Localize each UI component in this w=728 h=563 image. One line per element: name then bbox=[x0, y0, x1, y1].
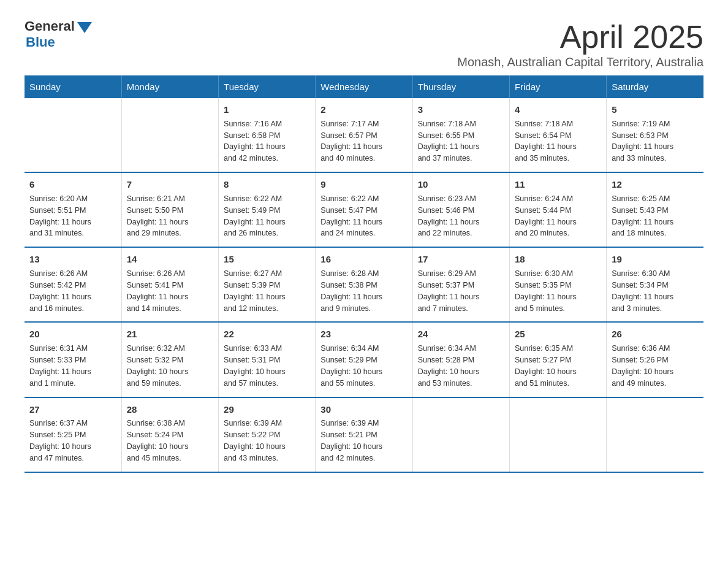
calendar-day-cell: 13Sunrise: 6:26 AMSunset: 5:42 PMDayligh… bbox=[25, 247, 121, 322]
calendar-day-cell bbox=[509, 397, 606, 472]
calendar-day-cell: 6Sunrise: 6:20 AMSunset: 5:51 PMDaylight… bbox=[25, 172, 121, 247]
day-info: Sunrise: 6:23 AMSunset: 5:46 PMDaylight:… bbox=[418, 194, 480, 238]
day-info: Sunrise: 6:24 AMSunset: 5:44 PMDaylight:… bbox=[515, 194, 577, 238]
calendar-day-cell: 17Sunrise: 6:29 AMSunset: 5:37 PMDayligh… bbox=[412, 247, 509, 322]
calendar-day-cell: 12Sunrise: 6:25 AMSunset: 5:43 PMDayligh… bbox=[607, 172, 703, 247]
logo-blue-text: Blue bbox=[26, 34, 55, 50]
day-info: Sunrise: 6:21 AMSunset: 5:50 PMDaylight:… bbox=[127, 194, 189, 238]
calendar-day-cell: 2Sunrise: 7:17 AMSunset: 6:57 PMDaylight… bbox=[316, 98, 412, 172]
day-info: Sunrise: 6:30 AMSunset: 5:35 PMDaylight:… bbox=[515, 269, 577, 313]
calendar-day-cell: 5Sunrise: 7:19 AMSunset: 6:53 PMDaylight… bbox=[607, 98, 703, 172]
logo: General Blue bbox=[25, 18, 92, 50]
day-number: 27 bbox=[29, 403, 116, 416]
day-number: 12 bbox=[612, 178, 699, 191]
calendar-day-cell: 8Sunrise: 6:22 AMSunset: 5:49 PMDaylight… bbox=[219, 172, 316, 247]
calendar-day-cell bbox=[412, 397, 509, 472]
calendar-day-cell: 16Sunrise: 6:28 AMSunset: 5:38 PMDayligh… bbox=[316, 247, 412, 322]
calendar-day-cell: 11Sunrise: 6:24 AMSunset: 5:44 PMDayligh… bbox=[509, 172, 606, 247]
day-number: 13 bbox=[29, 253, 116, 266]
calendar-header-row: SundayMondayTuesdayWednesdayThursdayFrid… bbox=[25, 75, 703, 98]
calendar-day-cell: 1Sunrise: 7:16 AMSunset: 6:58 PMDaylight… bbox=[219, 98, 316, 172]
day-info: Sunrise: 7:19 AMSunset: 6:53 PMDaylight:… bbox=[612, 120, 673, 163]
calendar-day-header: Thursday bbox=[412, 75, 509, 98]
day-number: 21 bbox=[127, 327, 213, 341]
day-number: 20 bbox=[29, 327, 116, 341]
day-info: Sunrise: 7:18 AMSunset: 6:55 PMDaylight:… bbox=[418, 120, 480, 163]
day-info: Sunrise: 6:34 AMSunset: 5:28 PMDaylight:… bbox=[418, 344, 480, 388]
day-info: Sunrise: 6:25 AMSunset: 5:43 PMDaylight:… bbox=[612, 194, 673, 238]
day-info: Sunrise: 6:33 AMSunset: 5:31 PMDaylight:… bbox=[224, 344, 286, 388]
calendar-day-cell: 10Sunrise: 6:23 AMSunset: 5:46 PMDayligh… bbox=[412, 172, 509, 247]
day-number: 28 bbox=[127, 403, 213, 416]
calendar-day-header: Monday bbox=[121, 75, 218, 98]
calendar-day-header: Friday bbox=[509, 75, 606, 98]
calendar-day-cell: 24Sunrise: 6:34 AMSunset: 5:28 PMDayligh… bbox=[412, 322, 509, 397]
day-info: Sunrise: 6:32 AMSunset: 5:32 PMDaylight:… bbox=[127, 344, 189, 388]
day-number: 5 bbox=[612, 103, 699, 117]
day-info: Sunrise: 6:30 AMSunset: 5:34 PMDaylight:… bbox=[612, 269, 673, 313]
day-number: 29 bbox=[224, 403, 310, 416]
day-info: Sunrise: 6:28 AMSunset: 5:38 PMDaylight:… bbox=[320, 269, 382, 313]
calendar-week-row: 6Sunrise: 6:20 AMSunset: 5:51 PMDaylight… bbox=[25, 172, 703, 247]
day-number: 1 bbox=[224, 103, 310, 117]
day-number: 4 bbox=[515, 103, 601, 117]
calendar-day-cell bbox=[25, 98, 121, 172]
day-number: 26 bbox=[612, 327, 699, 341]
day-number: 3 bbox=[418, 103, 504, 117]
day-number: 16 bbox=[320, 253, 407, 266]
day-number: 15 bbox=[224, 253, 310, 266]
day-info: Sunrise: 7:16 AMSunset: 6:58 PMDaylight:… bbox=[224, 120, 286, 163]
day-number: 25 bbox=[515, 327, 601, 341]
day-number: 14 bbox=[127, 253, 213, 266]
day-info: Sunrise: 6:26 AMSunset: 5:41 PMDaylight:… bbox=[127, 269, 189, 313]
page-header: General Blue April 2025 Monash, Australi… bbox=[25, 18, 703, 69]
calendar-day-cell: 3Sunrise: 7:18 AMSunset: 6:55 PMDaylight… bbox=[412, 98, 509, 172]
logo-general-text: General bbox=[25, 18, 75, 34]
calendar-day-cell: 18Sunrise: 6:30 AMSunset: 5:35 PMDayligh… bbox=[509, 247, 606, 322]
day-info: Sunrise: 6:20 AMSunset: 5:51 PMDaylight:… bbox=[29, 194, 91, 238]
day-info: Sunrise: 6:36 AMSunset: 5:26 PMDaylight:… bbox=[612, 344, 673, 388]
day-number: 8 bbox=[224, 178, 310, 191]
day-info: Sunrise: 6:22 AMSunset: 5:47 PMDaylight:… bbox=[320, 194, 382, 238]
calendar-day-cell: 15Sunrise: 6:27 AMSunset: 5:39 PMDayligh… bbox=[219, 247, 316, 322]
day-info: Sunrise: 6:31 AMSunset: 5:33 PMDaylight:… bbox=[29, 344, 91, 388]
title-section: April 2025 Monash, Australian Capital Te… bbox=[457, 18, 703, 69]
day-number: 11 bbox=[515, 178, 601, 191]
day-info: Sunrise: 7:17 AMSunset: 6:57 PMDaylight:… bbox=[320, 120, 382, 163]
calendar-day-cell: 21Sunrise: 6:32 AMSunset: 5:32 PMDayligh… bbox=[121, 322, 218, 397]
calendar-table: SundayMondayTuesdayWednesdayThursdayFrid… bbox=[25, 75, 703, 473]
day-info: Sunrise: 6:22 AMSunset: 5:49 PMDaylight:… bbox=[224, 194, 286, 238]
calendar-week-row: 27Sunrise: 6:37 AMSunset: 5:25 PMDayligh… bbox=[25, 397, 703, 472]
day-info: Sunrise: 6:39 AMSunset: 5:21 PMDaylight:… bbox=[320, 419, 382, 462]
day-info: Sunrise: 6:37 AMSunset: 5:25 PMDaylight:… bbox=[29, 419, 91, 462]
day-info: Sunrise: 7:18 AMSunset: 6:54 PMDaylight:… bbox=[515, 120, 577, 163]
calendar-subtitle: Monash, Australian Capital Territory, Au… bbox=[457, 55, 703, 69]
calendar-day-cell: 29Sunrise: 6:39 AMSunset: 5:22 PMDayligh… bbox=[219, 397, 316, 472]
calendar-day-header: Sunday bbox=[25, 75, 121, 98]
calendar-week-row: 1Sunrise: 7:16 AMSunset: 6:58 PMDaylight… bbox=[25, 98, 703, 172]
calendar-day-cell: 25Sunrise: 6:35 AMSunset: 5:27 PMDayligh… bbox=[509, 322, 606, 397]
calendar-day-cell: 27Sunrise: 6:37 AMSunset: 5:25 PMDayligh… bbox=[25, 397, 121, 472]
calendar-day-cell bbox=[607, 397, 703, 472]
day-info: Sunrise: 6:39 AMSunset: 5:22 PMDaylight:… bbox=[224, 419, 286, 462]
calendar-day-cell: 7Sunrise: 6:21 AMSunset: 5:50 PMDaylight… bbox=[121, 172, 218, 247]
day-number: 9 bbox=[320, 178, 407, 191]
calendar-day-cell bbox=[121, 98, 218, 172]
day-info: Sunrise: 6:34 AMSunset: 5:29 PMDaylight:… bbox=[320, 344, 382, 388]
calendar-day-cell: 14Sunrise: 6:26 AMSunset: 5:41 PMDayligh… bbox=[121, 247, 218, 322]
day-number: 10 bbox=[418, 178, 504, 191]
calendar-day-cell: 22Sunrise: 6:33 AMSunset: 5:31 PMDayligh… bbox=[219, 322, 316, 397]
calendar-day-cell: 19Sunrise: 6:30 AMSunset: 5:34 PMDayligh… bbox=[607, 247, 703, 322]
calendar-day-cell: 28Sunrise: 6:38 AMSunset: 5:24 PMDayligh… bbox=[121, 397, 218, 472]
day-number: 18 bbox=[515, 253, 601, 266]
calendar-day-cell: 9Sunrise: 6:22 AMSunset: 5:47 PMDaylight… bbox=[316, 172, 412, 247]
calendar-title: April 2025 bbox=[457, 18, 703, 55]
calendar-day-header: Wednesday bbox=[316, 75, 412, 98]
logo-arrow-icon bbox=[77, 22, 92, 33]
day-number: 7 bbox=[127, 178, 213, 191]
day-info: Sunrise: 6:35 AMSunset: 5:27 PMDaylight:… bbox=[515, 344, 577, 388]
day-number: 6 bbox=[29, 178, 116, 191]
day-number: 17 bbox=[418, 253, 504, 266]
calendar-day-cell: 30Sunrise: 6:39 AMSunset: 5:21 PMDayligh… bbox=[316, 397, 412, 472]
day-number: 22 bbox=[224, 327, 310, 341]
